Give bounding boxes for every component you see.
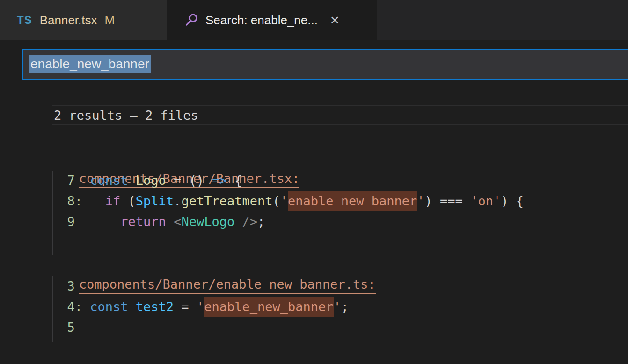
- tab-search-label: Search: enable_ne...: [205, 13, 318, 28]
- search-match-highlight: enable_new_banner: [204, 297, 333, 317]
- result-block-indent-guide: [52, 171, 53, 255]
- code-line-context: 9 return <NewLogo />;: [52, 211, 524, 232]
- tab-filename: Banner.tsx: [40, 13, 97, 28]
- result-block-indent-guide: [52, 276, 53, 342]
- file-path-line: components/Banner/Banner.tsx:: [52, 150, 524, 170]
- results-summary-text: 2 results – 2 files: [52, 108, 198, 123]
- typescript-file-icon: TS: [17, 14, 32, 27]
- file-path-line: components/Banner/enable_new_banner.ts:: [52, 255, 376, 276]
- close-icon[interactable]: ✕: [330, 14, 340, 27]
- search-match-highlight: enable_new_banner: [288, 191, 417, 211]
- file-result-block: components/Banner/Banner.tsx: 7 const Lo…: [52, 150, 524, 232]
- code-line-match: 8: if (Split.getTreatment('enable_new_ba…: [52, 191, 524, 211]
- tab-banner-tsx[interactable]: TS Banner.tsx M: [0, 0, 167, 40]
- code-line-context: 5: [52, 317, 376, 338]
- tab-bar: TS Banner.tsx M Search: enable_ne... ✕: [0, 0, 628, 40]
- results-summary-line: 2 results – 2 files: [52, 105, 628, 125]
- file-path-link[interactable]: components/Banner/enable_new_banner.ts:: [79, 276, 376, 294]
- search-query-input[interactable]: enable_new_banner: [22, 49, 628, 80]
- tab-search-editor[interactable]: Search: enable_ne... ✕: [167, 0, 377, 40]
- file-result-block: components/Banner/enable_new_banner.ts: …: [52, 255, 376, 338]
- code-line-match: 4: const test2 = 'enable_new_banner';: [52, 297, 376, 317]
- search-icon: [184, 13, 199, 28]
- git-modified-badge: M: [105, 13, 115, 28]
- search-query-value: enable_new_banner: [29, 55, 151, 73]
- vscode-window: TS Banner.tsx M Search: enable_ne... ✕ e…: [0, 0, 628, 364]
